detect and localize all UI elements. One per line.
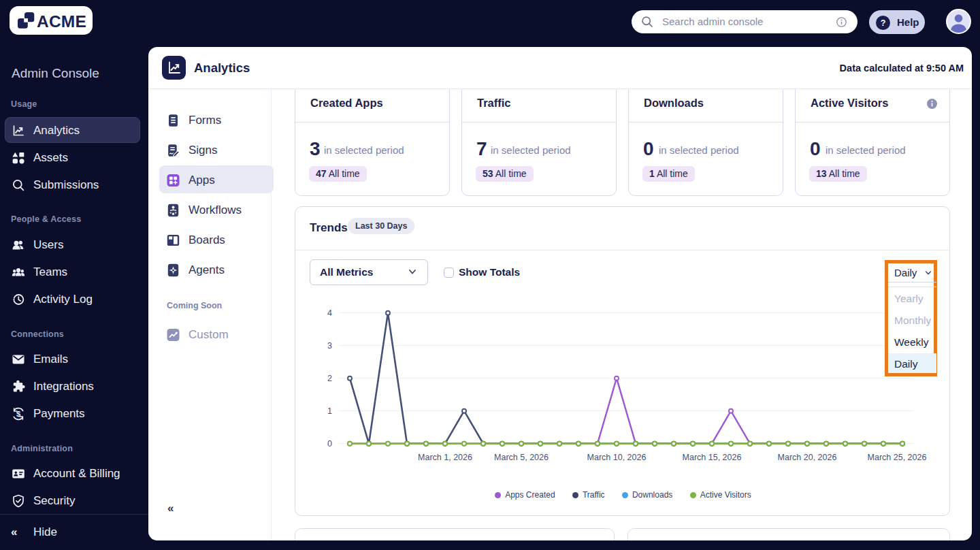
svg-text:March 5, 2026: March 5, 2026	[494, 453, 549, 462]
svg-text:March 25, 2026: March 25, 2026	[868, 453, 927, 462]
svg-text:4: 4	[327, 308, 332, 318]
svg-text:1: 1	[327, 406, 332, 416]
svg-text:0: 0	[327, 439, 332, 449]
svg-text:$: $	[16, 410, 20, 418]
svg-text:March 10, 2026: March 10, 2026	[587, 453, 647, 462]
svg-text:2: 2	[327, 374, 332, 383]
svg-text:ACME: ACME	[37, 12, 86, 31]
svg-text:3: 3	[327, 341, 332, 351]
svg-text:?: ?	[881, 18, 886, 28]
svg-text:March 15, 2026: March 15, 2026	[683, 453, 742, 462]
svg-text:March 20, 2026: March 20, 2026	[778, 453, 837, 462]
svg-text:March 1, 2026: March 1, 2026	[418, 453, 472, 462]
